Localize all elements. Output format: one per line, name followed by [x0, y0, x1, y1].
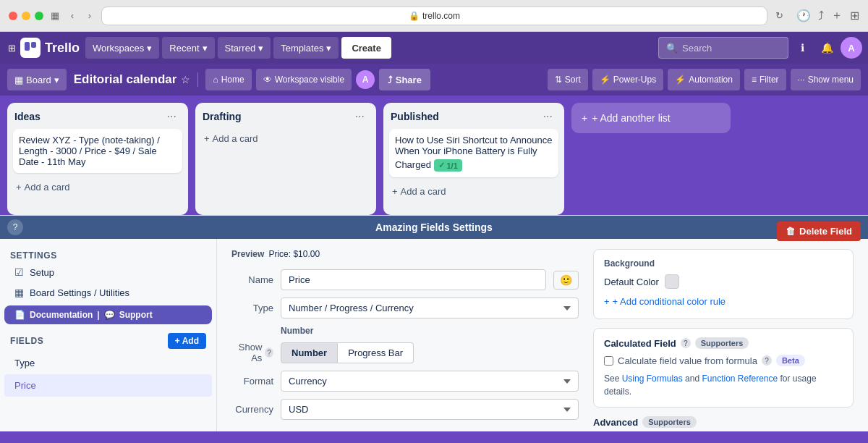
color-swatch[interactable]: [665, 274, 679, 289]
grid-icon[interactable]: ⊞: [850, 9, 859, 22]
list-drafting: Drafting ··· + Add a card: [195, 103, 376, 215]
board-user-avatar[interactable]: A: [356, 70, 375, 89]
published-add-card-button[interactable]: + Add a card: [389, 182, 558, 201]
preview-row: Preview Price: $10.00: [231, 249, 579, 259]
filter-button[interactable]: ≡ Filter: [744, 69, 786, 90]
workspaces-label: Workspaces: [93, 43, 144, 54]
card-published-1[interactable]: How to Use Siri Shortcut to Announce Whe…: [389, 129, 558, 177]
ideas-add-card-button[interactable]: + Add a card: [13, 177, 182, 197]
advanced-label: Advanced: [593, 417, 638, 428]
notification-button[interactable]: 🔔: [816, 37, 838, 59]
currency-select[interactable]: USD: [281, 399, 579, 420]
sidebar-item-setup[interactable]: ☑ Setup: [4, 262, 212, 282]
svg-rect-1: [31, 42, 36, 48]
forward-icon[interactable]: ›: [84, 10, 95, 22]
user-avatar[interactable]: A: [841, 37, 862, 59]
add-another-list-button[interactable]: + + Add another list: [571, 103, 731, 133]
calc-checkbox[interactable]: [604, 356, 613, 366]
show-menu-button[interactable]: ··· Show menu: [791, 69, 861, 90]
trello-wordmark: Trello: [45, 41, 80, 56]
format-label: Format: [231, 376, 273, 387]
delete-field-button[interactable]: 🗑 Delete Field: [777, 239, 861, 241]
drafting-add-card-button[interactable]: + Add a card: [201, 129, 370, 148]
share-icon[interactable]: ⤴: [818, 9, 824, 22]
using-formulas-link[interactable]: Using Formulas: [622, 374, 683, 384]
show-as-toggle-group: Number Progress Bar: [281, 342, 414, 363]
powerups-icon: ⚡: [600, 75, 610, 85]
recent-menu[interactable]: Recent ▾: [162, 37, 214, 59]
share-button[interactable]: ⤴ Share: [379, 69, 430, 90]
advanced-row: Advanced Supporters: [593, 416, 854, 428]
share-icon: ⤴: [388, 75, 393, 85]
add-icon: +: [204, 133, 210, 144]
name-input[interactable]: [281, 269, 546, 290]
show-as-row: Show As ? Number Progress Bar: [231, 342, 579, 363]
type-select[interactable]: Number / Progress / Currency: [281, 298, 579, 318]
add-field-button[interactable]: + Add: [168, 333, 206, 349]
show-as-help-icon[interactable]: ?: [265, 347, 273, 358]
plus-icon: +: [604, 296, 610, 307]
board-settings-icon: ▦: [14, 287, 24, 298]
sort-label: Sort: [565, 75, 581, 85]
automation-button[interactable]: ⚡ Automation: [668, 69, 740, 90]
panel-help-button[interactable]: ?: [7, 219, 23, 235]
recent-label: Recent: [169, 43, 199, 54]
create-button[interactable]: Create: [341, 37, 391, 59]
info-button[interactable]: ℹ: [791, 37, 813, 59]
lock-icon: 🔒: [409, 11, 420, 21]
list-drafting-menu-button[interactable]: ···: [351, 109, 369, 125]
function-reference-link[interactable]: Function Reference: [702, 374, 778, 384]
menu-dots-icon: ···: [798, 75, 805, 85]
field-item-price[interactable]: Price: [4, 374, 212, 397]
close-button[interactable]: [9, 12, 17, 20]
settings-section-title: Settings: [0, 246, 216, 262]
board-star-button[interactable]: ☆: [181, 74, 190, 85]
board-title: Editorial calendar: [74, 72, 177, 87]
and-label: and: [685, 374, 699, 384]
settings-body: Settings ☑ Setup ▦ Board Settings / Util…: [0, 239, 868, 431]
emoji-button[interactable]: 🙂: [553, 271, 579, 290]
board-view-button[interactable]: ▦ Board ▾: [7, 69, 67, 90]
card-ideas-1[interactable]: Review XYZ - Type (note-taking) / Length…: [13, 129, 182, 173]
calc-help-icon[interactable]: ?: [681, 338, 691, 348]
permissions-help-icon[interactable]: ?: [647, 431, 658, 432]
power-ups-button[interactable]: ⚡ Power-Ups: [592, 69, 663, 90]
templates-menu[interactable]: Templates ▾: [273, 37, 339, 59]
documentation-label[interactable]: Documentation: [30, 310, 93, 320]
beta-badge: Beta: [776, 355, 805, 366]
formula-help-icon[interactable]: ?: [762, 355, 772, 366]
list-published-menu-button[interactable]: ···: [539, 109, 557, 125]
show-as-progress-bar-button[interactable]: Progress Bar: [338, 342, 414, 363]
maximize-button[interactable]: [35, 12, 43, 20]
sidebar-item-board-settings[interactable]: ▦ Board Settings / Utilities: [4, 282, 212, 303]
doc-icon: 📄: [14, 310, 25, 320]
reload-icon[interactable]: ↻: [773, 10, 785, 22]
doc-support-divider: |: [97, 310, 99, 320]
apps-grid-icon[interactable]: ⊞: [6, 42, 17, 54]
search-icon: 🔍: [666, 43, 678, 54]
advanced-supporters-badge: Supporters: [642, 416, 697, 428]
back-icon[interactable]: ‹: [67, 10, 78, 22]
recent-chevron-icon: ▾: [203, 43, 208, 54]
workspaces-chevron-icon: ▾: [147, 43, 152, 54]
field-item-type[interactable]: Type: [4, 352, 212, 374]
format-select[interactable]: Currency: [281, 371, 579, 392]
workspaces-menu[interactable]: Workspaces ▾: [85, 37, 159, 59]
support-label[interactable]: Support: [119, 310, 153, 320]
minimize-button[interactable]: [22, 12, 30, 20]
default-color-label: Default Color: [604, 277, 659, 287]
clock-icon[interactable]: 🕐: [796, 9, 811, 22]
show-as-number-button[interactable]: Number: [281, 342, 338, 363]
sidebar-toggle-icon[interactable]: ▦: [49, 10, 61, 22]
home-button[interactable]: ⌂ Home: [205, 69, 251, 90]
new-tab-icon[interactable]: ＋: [831, 8, 843, 23]
permissions-label: Permissions: [593, 431, 644, 431]
number-section-title: Number: [281, 326, 579, 336]
search-bar[interactable]: 🔍 Search: [658, 37, 788, 59]
workspace-visible-button[interactable]: 👁 Workspace visible: [256, 69, 352, 90]
add-color-rule-button[interactable]: + + Add conditional color rule: [604, 293, 726, 310]
sort-button[interactable]: ⇅ Sort: [548, 69, 588, 90]
address-bar[interactable]: 🔒 trello.com: [101, 7, 767, 25]
starred-menu[interactable]: Starred ▾: [218, 37, 271, 59]
list-ideas-menu-button[interactable]: ···: [163, 109, 181, 125]
